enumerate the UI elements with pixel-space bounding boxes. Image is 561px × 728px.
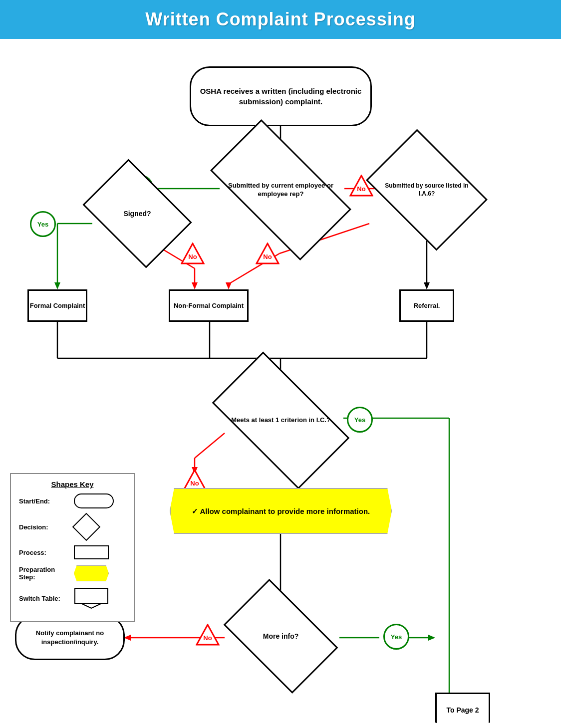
legend-box: Shapes Key Start/End: Decision: Process:… — [10, 473, 135, 622]
no3-triangle-icon: No — [256, 243, 280, 266]
decision5-wrap: More info? — [232, 604, 329, 669]
svg-marker-16 — [226, 282, 232, 289]
legend-hex-shape — [74, 565, 109, 581]
svg-text:No: No — [188, 253, 197, 260]
legend-rect-shape — [74, 545, 109, 559]
svg-text:No: No — [357, 185, 365, 193]
legend-decision: Decision: — [19, 514, 126, 539]
no2-label: No — [181, 243, 205, 266]
no5-triangle-icon: No — [196, 624, 220, 648]
yes2-circle: Yes — [30, 211, 56, 237]
page-title: Written Complaint Processing — [5, 9, 556, 30]
no5-label: No — [196, 624, 220, 648]
start-node: OSHA receives a written (including elect… — [190, 66, 372, 126]
formal-complaint-box: Formal Complaint — [27, 289, 87, 322]
yes3-circle: Yes — [347, 407, 373, 433]
allow-info-box: ✓ Allow complainant to provide more info… — [170, 488, 392, 534]
svg-marker-35 — [124, 635, 131, 641]
svg-rect-49 — [75, 588, 108, 603]
decision3-wrap: Submitted by source listed in I.A.6? — [377, 154, 477, 226]
svg-text:No: No — [263, 253, 272, 260]
legend-switch: Switch Table: — [19, 587, 126, 609]
svg-marker-38 — [428, 635, 435, 641]
referral-box: Referral. — [399, 289, 454, 322]
decision1-wrap: Submitted by current employee or employe… — [217, 154, 344, 226]
legend-title: Shapes Key — [19, 480, 126, 488]
header: Written Complaint Processing — [0, 0, 561, 39]
legend-process: Process: — [19, 545, 126, 559]
svg-text:No: No — [190, 480, 199, 487]
nonformal-complaint-box: Non-Formal Complaint — [169, 289, 249, 322]
svg-marker-11 — [192, 282, 198, 289]
no3-label: No — [256, 243, 280, 266]
legend-startend: Start/End: — [19, 493, 126, 508]
no2-triangle-icon: No — [181, 243, 205, 266]
yes4-circle: Yes — [383, 624, 409, 650]
legend-rounded-shape — [74, 493, 114, 508]
svg-text:No: No — [203, 634, 212, 642]
legend-switch-shape — [74, 587, 109, 609]
decision2-wrap: Signed? — [92, 181, 182, 246]
topage2-box: To Page 2 — [435, 693, 490, 728]
legend-prep: Preparation Step: — [19, 565, 126, 581]
decision4-wrap: Meets at least 1 criterion in I.C.? — [220, 384, 342, 457]
svg-marker-8 — [54, 282, 60, 289]
legend-diamond-shape — [74, 514, 99, 539]
svg-marker-13 — [424, 282, 430, 289]
